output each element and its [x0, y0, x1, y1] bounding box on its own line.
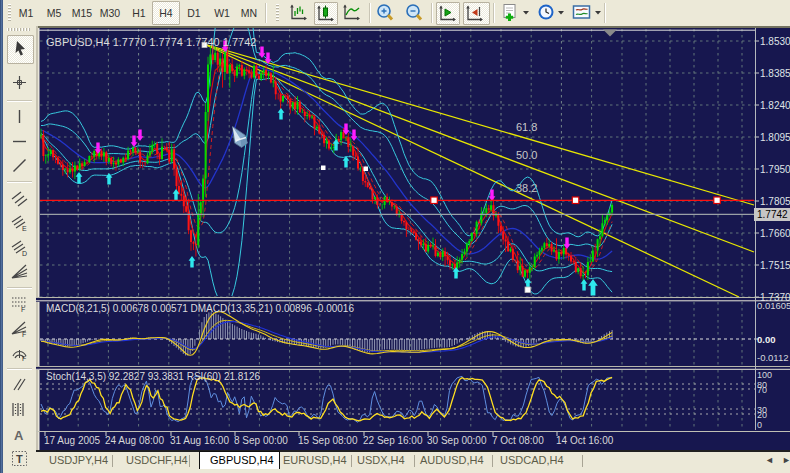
- svg-text:61.8: 61.8: [516, 121, 537, 133]
- svg-text:GBPUSD,H4 1.7770 1.7774 1.774: GBPUSD,H4 1.7770 1.7774 1.7740 1.7742: [46, 36, 256, 48]
- svg-text:Stoch(14,3,5) 92.2827 93.3831: Stoch(14,3,5) 92.2827 93.3831 RSI(60) 21…: [46, 371, 260, 382]
- svg-text:50.0: 50.0: [516, 149, 537, 161]
- svg-text:15 Sep 08:00: 15 Sep 08:00: [298, 435, 358, 446]
- svg-text:0.00: 0.00: [757, 334, 776, 345]
- svg-text:7 Oct 08:00: 7 Oct 08:00: [492, 435, 544, 446]
- svg-text:14 Oct 16:00: 14 Oct 16:00: [556, 435, 614, 446]
- svg-text:24 Aug 08:00: 24 Aug 08:00: [105, 435, 164, 446]
- svg-text:17 Aug 2005: 17 Aug 2005: [44, 435, 101, 446]
- svg-text:100: 100: [757, 370, 772, 380]
- svg-text:30 Sep 00:00: 30 Sep 00:00: [427, 435, 487, 446]
- svg-text:0: 0: [757, 420, 762, 430]
- svg-text:1.8530: 1.8530: [760, 36, 790, 47]
- svg-text:1.8385: 1.8385: [760, 68, 790, 79]
- svg-text:1.7515: 1.7515: [760, 260, 790, 271]
- svg-text:1.7950: 1.7950: [760, 164, 790, 175]
- svg-text:MACD(8,21,5) 0.00678 0.00571 D: MACD(8,21,5) 0.00678 0.00571 DMACD(13,35…: [46, 303, 354, 314]
- svg-text:20: 20: [757, 410, 767, 420]
- svg-text:1.7660: 1.7660: [760, 228, 790, 239]
- svg-text:1.7805: 1.7805: [760, 196, 790, 207]
- svg-text:22 Sep 16:00: 22 Sep 16:00: [363, 435, 423, 446]
- svg-text:1.7742: 1.7742: [757, 209, 788, 220]
- svg-text:70: 70: [757, 385, 767, 395]
- svg-text:8 Sep 00:00: 8 Sep 00:00: [234, 435, 288, 446]
- svg-text:1.8240: 1.8240: [760, 100, 790, 111]
- svg-text:31 Aug 16:00: 31 Aug 16:00: [170, 435, 229, 446]
- svg-text:1.8095: 1.8095: [760, 132, 790, 143]
- svg-text:0.01605: 0.01605: [757, 300, 790, 311]
- svg-text:-0.0112: -0.0112: [757, 352, 789, 363]
